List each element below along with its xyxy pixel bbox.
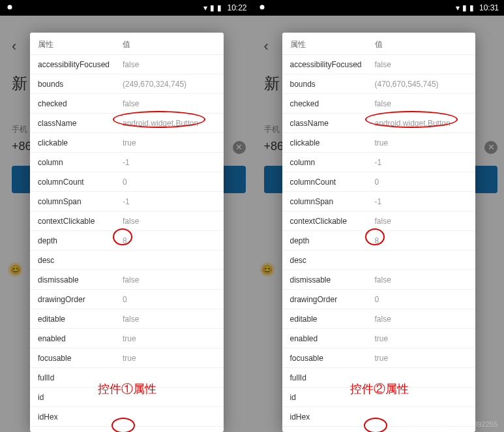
property-row[interactable]: focusabletrue — [282, 348, 476, 368]
property-value: (470,670,545,745) — [375, 80, 468, 89]
property-row[interactable]: enabledtrue — [30, 329, 224, 348]
property-key: columnCount — [38, 177, 123, 187]
property-key: dismissable — [38, 275, 123, 285]
property-value: true — [123, 354, 216, 363]
property-key: columnCount — [290, 177, 375, 187]
property-row[interactable]: desc — [282, 251, 476, 270]
property-key: drawingOrder — [290, 295, 375, 304]
property-value: false — [375, 217, 468, 226]
property-row[interactable]: editablefalse — [282, 309, 476, 329]
property-value: 0 — [123, 177, 216, 187]
property-key: className — [38, 119, 123, 128]
property-row[interactable]: editablefalse — [30, 309, 224, 329]
property-row[interactable]: focusabletrue — [30, 348, 224, 368]
property-row[interactable]: bounds(249,670,324,745) — [30, 74, 224, 94]
status-bar: ▾ ▮ ▮ 10:22 — [0, 0, 252, 16]
property-row[interactable]: classNameandroid.widget.Button — [30, 114, 224, 133]
property-row[interactable]: accessibilityFocusedfalse — [282, 55, 476, 74]
property-row[interactable]: columnSpan-1 — [30, 192, 224, 211]
property-value: false — [375, 315, 468, 324]
property-value: android.widget.Button — [123, 119, 216, 128]
right-panel: ▾ ▮ ▮ 10:31 ‹ 新 手机 +86 ✕ 😊 属性 值 accessib… — [252, 0, 505, 432]
android-icon — [5, 3, 14, 12]
property-key: editable — [290, 315, 375, 324]
annotation-label: 控件①属性 — [98, 381, 156, 397]
property-key: accessibilityFocused — [290, 60, 375, 69]
property-key: bounds — [38, 80, 123, 89]
property-row[interactable]: contextClickablefalse — [30, 211, 224, 231]
property-row[interactable]: idHex — [30, 407, 224, 427]
property-key: clickable — [290, 138, 375, 147]
property-value: -1 — [375, 158, 468, 167]
property-row[interactable]: column-1 — [282, 153, 476, 172]
property-key: idHex — [290, 412, 375, 422]
property-key: className — [290, 119, 375, 128]
property-row[interactable]: enabledtrue — [282, 329, 476, 348]
annotation-label: 控件②属性 — [350, 381, 409, 397]
property-row[interactable]: clickabletrue — [282, 133, 476, 153]
property-value: 8 — [123, 236, 216, 245]
property-key: enabled — [290, 334, 375, 343]
property-row[interactable]: drawingOrder0 — [30, 290, 224, 309]
android-icon — [258, 3, 267, 12]
header-attr: 属性 — [38, 39, 123, 50]
property-row[interactable]: drawingOrder0 — [282, 290, 476, 309]
properties-dialog: 属性 值 accessibilityFocusedfalsebounds(470… — [282, 33, 476, 432]
property-key: drawingOrder — [38, 295, 123, 304]
property-key: contextClickable — [290, 217, 375, 226]
property-row[interactable]: checkedfalse — [30, 94, 224, 114]
property-row[interactable]: accessibilityFocusedfalse — [30, 55, 224, 74]
property-value: android.widget.Button — [375, 119, 468, 128]
property-row[interactable]: clickabletrue — [30, 133, 224, 153]
status-bar: ▾ ▮ ▮ 10:31 — [252, 0, 505, 16]
property-row[interactable]: classNameandroid.widget.Button — [282, 114, 476, 133]
property-row[interactable]: desc — [30, 251, 224, 270]
property-value: true — [123, 334, 216, 343]
property-row[interactable]: depth8 — [282, 231, 476, 251]
property-key: column — [290, 158, 375, 167]
property-value: false — [123, 275, 216, 285]
property-row[interactable]: bounds(470,670,545,745) — [282, 74, 476, 94]
property-value: true — [375, 354, 468, 363]
header-attr: 属性 — [290, 39, 375, 50]
property-value: -1 — [123, 158, 216, 167]
property-key: editable — [38, 315, 123, 324]
property-key: desc — [38, 256, 123, 265]
property-key: depth — [290, 236, 375, 245]
battery-icon: ▮ — [469, 3, 474, 12]
property-row[interactable]: column-1 — [30, 153, 224, 172]
property-key: focusable — [290, 354, 375, 363]
property-value: false — [375, 275, 468, 285]
property-row[interactable]: columnCount0 — [30, 172, 224, 192]
header-value: 值 — [123, 39, 216, 50]
wifi-icon: ▾ — [203, 3, 207, 12]
property-key: accessibilityFocused — [38, 60, 123, 69]
property-key: columnSpan — [290, 197, 375, 206]
property-row[interactable]: dismissablefalse — [282, 270, 476, 290]
property-value: true — [375, 334, 468, 343]
property-row[interactable]: checkedfalse — [282, 94, 476, 114]
table-header: 属性 值 — [282, 33, 476, 55]
status-time: 10:22 — [227, 3, 246, 12]
left-panel: ▾ ▮ ▮ 10:22 ‹ 新 手机 +86 ✕ 😊 属性 值 accessib… — [0, 0, 252, 432]
property-value: false — [123, 99, 216, 108]
property-row[interactable]: depth8 — [30, 231, 224, 251]
property-row[interactable]: dismissablefalse — [30, 270, 224, 290]
property-value: 8 — [375, 236, 468, 245]
svg-point-1 — [259, 5, 264, 10]
property-key: contextClickable — [38, 217, 123, 226]
svg-point-0 — [8, 5, 12, 10]
property-row[interactable]: indexInParent1 — [30, 427, 224, 432]
property-value: -1 — [375, 197, 468, 206]
property-key: bounds — [290, 80, 375, 89]
property-value: false — [123, 217, 216, 226]
wifi-icon: ▾ — [456, 3, 460, 12]
property-value: false — [375, 60, 468, 69]
property-value: true — [375, 138, 468, 147]
property-row[interactable]: columnCount0 — [282, 172, 476, 192]
signal-icon: ▮ — [462, 3, 467, 12]
property-key: desc — [290, 256, 375, 265]
property-row[interactable]: contextClickablefalse — [282, 211, 476, 231]
property-value: false — [375, 99, 468, 108]
property-row[interactable]: columnSpan-1 — [282, 192, 476, 211]
